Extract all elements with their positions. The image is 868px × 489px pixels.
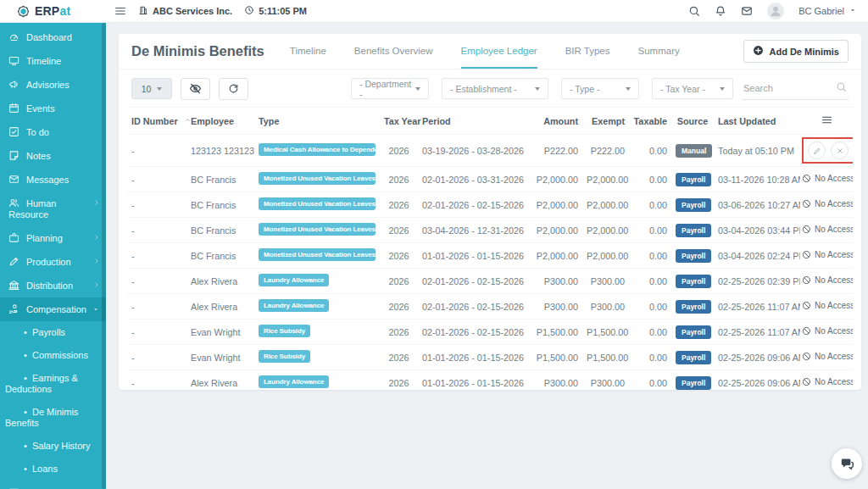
source-badge: Manual [676,144,712,158]
cell-period: 01-01-2026 - 01-15-2026 [418,370,530,391]
cell-type: Monetized Unused Vacation Leaves [254,167,380,192]
avatar[interactable] [767,3,784,19]
sidebar-item-events[interactable]: Events [0,97,106,120]
sidebar-item-label: Timeline [26,56,61,66]
sidebar-subitem-label: Salary History [24,441,90,451]
sidebar-item-planning[interactable]: Planning [0,226,106,250]
chat-button[interactable] [832,448,862,479]
sidebar-item-timeline[interactable]: Timeline [0,49,106,73]
user-menu[interactable]: BC Gabriel [798,6,857,16]
ban-icon [802,377,811,386]
sidebar-item-compensation[interactable]: Compensation [0,297,106,321]
column-header-amount[interactable]: Amount [530,108,582,135]
type-badge: Monetized Unused Vacation Leaves [259,172,376,185]
sidebar-item-label: Dashboard [26,32,72,42]
column-header-type[interactable]: Type [254,108,380,135]
filter-select-type[interactable]: - Type - [561,78,639,99]
column-header-source[interactable]: Source [671,108,714,135]
cell-tax-year: 2026 [380,320,418,345]
sidebar-subitem-commissions[interactable]: Commissions [0,344,106,367]
columns-menu-button[interactable] [800,108,853,135]
sidebar-item-to-do[interactable]: To do [0,120,106,144]
close-icon [836,147,844,155]
cell-amount: P300.00 [530,269,582,294]
cell-id: - [127,345,186,370]
type-badge: Medical Cash Allowance to Dependents [259,143,376,156]
sidebar-item-advisories[interactable]: Advisories [0,73,106,97]
cell-employee: BC Francis [186,218,254,243]
table-row: -Alex RiveraLaundry Allowance202602-01-2… [127,294,853,320]
sidebar-item-distribution[interactable]: Distribution [0,274,106,297]
column-header-last-updated[interactable]: Last Updated [714,108,800,135]
cell-exempt: P1,500.00 [582,320,629,345]
delete-button[interactable] [831,142,849,159]
filter-select-department[interactable]: - Department - [351,78,429,99]
sidebar-item-finance[interactable]: Finance [0,481,106,489]
source-badge: Payroll [676,300,711,314]
tab-bar: TimelineBenefits OverviewEmployee Ledger… [290,34,680,69]
no-access-label: No Access [802,377,853,386]
tab-summary[interactable]: Summary [638,34,680,69]
column-header-employee[interactable]: Employee [186,108,254,135]
cell-employee: BC Francis [186,243,254,269]
sidebar-subitem-de-minimis-benefits[interactable]: De Minimis Benefits [0,401,106,435]
sidebar-subitem-payrolls[interactable]: Payrolls [0,321,106,344]
sidebar-item-human-resource[interactable]: Human Resource [0,192,106,226]
cell-last-updated: 03-04-2026 02:24 PM [714,243,800,269]
tab-employee-ledger[interactable]: Employee Ledger [461,34,537,69]
add-de-minimis-button[interactable]: Add De Minimis [743,40,849,63]
tab-benefits-overview[interactable]: Benefits Overview [354,34,433,69]
sidebar-item-dashboard[interactable]: Dashboard [0,25,106,49]
column-header-exempt[interactable]: Exempt [582,108,629,135]
no-access-label: No Access [802,225,853,234]
toggle-columns-visibility-button[interactable] [181,78,210,100]
cell-exempt: P222.00 [582,135,629,167]
notifications-button[interactable] [715,5,726,17]
cell-type: Laundry Allowance [254,294,380,320]
cell-source: Payroll [671,218,714,243]
type-badge: Laundry Allowance [259,274,329,286]
cell-id: - [127,135,186,167]
filter-select-establishment[interactable]: - Establishment - [442,78,548,99]
edit-button[interactable] [808,142,826,159]
tab-bir-types[interactable]: BIR Types [565,34,610,69]
sidebar-subitem-earnings-deductions[interactable]: Earnings & Deductions [0,367,106,401]
sidebar-item-production[interactable]: Production [0,250,106,274]
cell-tax-year: 2026 [380,345,418,370]
search-button[interactable] [688,5,700,17]
sidebar-subitem-loans[interactable]: Loans [0,458,106,481]
cell-type: Laundry Allowance [254,370,380,391]
column-header-id-number[interactable]: ID Number [127,108,186,135]
column-header-period[interactable]: Period [418,108,530,135]
ban-icon [802,326,811,336]
page-size-select[interactable]: 10 [131,78,172,99]
sidebar-item-notes[interactable]: Notes [0,144,106,168]
column-header-tax-year[interactable]: Tax Year [380,108,418,135]
refresh-button[interactable] [219,78,248,100]
no-access-label: No Access [802,174,853,183]
cell-source: Payroll [671,243,714,269]
production-icon [8,256,19,267]
column-header-taxable[interactable]: Taxable [629,108,671,135]
filter-select-tax-year[interactable]: - Tax Year - [652,78,733,99]
cell-period: 02-01-2026 - 02-15-2026 [418,192,530,218]
ban-icon [802,250,811,259]
sidebar-item-messages[interactable]: Messages [0,168,106,192]
erpat-logo: ERPat [0,4,106,19]
cell-amount: P300.00 [530,370,582,391]
type-badge: Monetized Unused Vacation Leaves [259,248,376,261]
sidebar-toggle-button[interactable] [114,5,126,17]
cell-employee: Alex Rivera [186,370,254,391]
cell-amount: P222.00 [530,135,582,167]
type-badge: Laundry Allowance [259,299,329,312]
logo-text: ERPat [35,4,70,18]
chevron-right-icon [93,234,100,241]
ban-icon [802,174,811,183]
cell-taxable: 0.00 [629,167,671,192]
messages-button[interactable] [741,5,753,17]
sidebar-subitem-salary-history[interactable]: Salary History [0,435,106,458]
type-badge: Monetized Unused Vacation Leaves [259,223,376,236]
search-input[interactable] [743,83,831,93]
cell-id: - [127,192,186,218]
tab-timeline[interactable]: Timeline [290,34,326,69]
